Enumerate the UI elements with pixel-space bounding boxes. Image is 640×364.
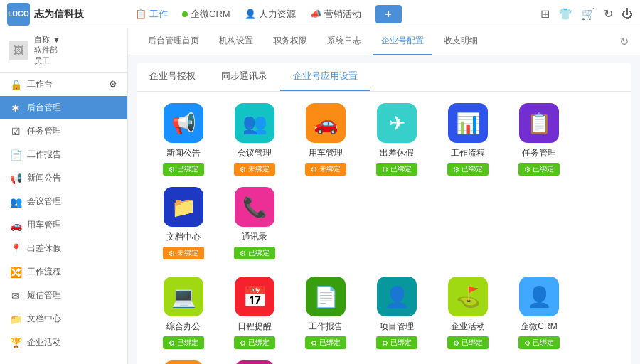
- app-label-docs: 文档中心: [166, 231, 201, 243]
- sidebar-item-task[interactable]: ☑ 任务管理: [0, 119, 127, 143]
- sidebar-item-news[interactable]: 📢 新闻公告: [0, 166, 127, 190]
- tab-logs[interactable]: 系统日志: [319, 28, 370, 55]
- sidebar-item-travel[interactable]: 📍 出差休假: [0, 237, 127, 260]
- inner-tab-sync[interactable]: 同步通讯录: [208, 63, 280, 91]
- nav-marketing[interactable]: 📣 营销活动: [310, 8, 361, 21]
- app-card-car[interactable]: 🚗 用车管理 ⚙ 未绑定: [290, 103, 361, 176]
- app-icon-expense: 💰: [235, 360, 274, 364]
- icons-grid: 📢 新闻公告 ⚙ 已绑定 👥 会议管理 ⚙ 未绑定 🚗 用车管理 ⚙ 未绑定: [137, 92, 631, 364]
- app-label-project: 项目管理: [380, 321, 414, 333]
- sidebar-item-meeting[interactable]: 👥 会议管理: [0, 190, 127, 213]
- app-icon-project: 👤: [377, 277, 417, 316]
- news-icon: 📢: [10, 173, 21, 184]
- cart-icon[interactable]: 🛒: [581, 7, 595, 21]
- tab-org[interactable]: 机构设置: [210, 28, 262, 55]
- grid-icon[interactable]: ⊞: [540, 7, 550, 21]
- company-name: 志为信科技: [34, 8, 84, 21]
- app-card-community[interactable]: 🖥 同事社区 ⚙ 已绑定: [148, 360, 219, 364]
- app-icon-car: 🚗: [306, 103, 346, 143]
- sidebar-item-sms[interactable]: ✉ 短信管理: [0, 284, 127, 307]
- shirt-icon[interactable]: 👕: [558, 7, 572, 21]
- sidebar-header: 🖼 自称 ▼ 软件部 员工: [0, 28, 127, 73]
- sidebar-item-admin[interactable]: ✱ 后台管理: [0, 96, 127, 119]
- sidebar-item-workflow[interactable]: 🔀 工作流程: [0, 260, 127, 284]
- avatar: 🖼: [9, 41, 28, 60]
- app-label-crm: 企微CRM: [521, 321, 557, 333]
- app-label-news: 新闻公告: [166, 147, 201, 159]
- sidebar-item-car[interactable]: 🚗 用车管理: [0, 213, 127, 237]
- app-card-project[interactable]: 👤 项目管理 ⚙ 已绑定: [361, 277, 432, 349]
- app-badge-activities: ⚙ 已绑定: [447, 336, 489, 349]
- dot-green: [182, 11, 188, 17]
- username: 自称 ▼: [34, 34, 60, 45]
- app-icon-workreport: 📄: [306, 277, 346, 316]
- inner-tab-apps[interactable]: 企业号应用设置: [280, 63, 370, 91]
- app-label-workreport: 工作报告: [309, 321, 343, 333]
- tab-roles[interactable]: 职务权限: [265, 28, 316, 55]
- sms-icon: ✉: [10, 290, 21, 301]
- app-icon-meeting: 👥: [235, 103, 274, 143]
- app-badge-project: ⚙ 已绑定: [376, 336, 417, 349]
- inner-tab-auth[interactable]: 企业号授权: [137, 63, 208, 91]
- report-icon: 📄: [10, 149, 21, 161]
- app-badge-meeting: ⚙ 未绑定: [234, 163, 275, 176]
- nav-hr[interactable]: 👤 人力资源: [245, 8, 296, 21]
- nav-work[interactable]: 📋 工作: [135, 8, 168, 21]
- app-icon-calendar: 📅: [235, 277, 274, 316]
- app-card-workflow[interactable]: 📊 工作流程 ⚙ 已绑定: [432, 103, 503, 176]
- marketing-icon: 📣: [310, 9, 321, 19]
- sidebar-item-events[interactable]: 🏆 企业活动: [0, 331, 127, 354]
- tab-finance[interactable]: 收支明细: [435, 28, 486, 55]
- refresh-icon[interactable]: ↻: [619, 35, 629, 48]
- app-card-news[interactable]: 📢 新闻公告 ⚙ 已绑定: [148, 103, 219, 176]
- logo-text: LOGO: [8, 10, 28, 18]
- events-icon: 🏆: [10, 337, 21, 348]
- app-badge-workreport: ⚙ 已绑定: [305, 336, 346, 349]
- travel-icon: 📍: [10, 243, 21, 255]
- app-card-travel[interactable]: ✈ 出差休假 ⚙ 已绑定: [361, 103, 432, 176]
- refresh-icon[interactable]: ↻: [604, 7, 613, 21]
- nav-items: 📋 工作 企微CRM 👤 人力资源 📣 营销活动 +: [121, 5, 533, 23]
- app-label-calendar: 日程提醒: [238, 321, 272, 333]
- app-card-activities[interactable]: ⛳ 企业活动 ⚙ 已绑定: [432, 277, 503, 349]
- power-icon[interactable]: ⏻: [622, 8, 633, 21]
- meeting-icon: 👥: [10, 196, 21, 208]
- app-card-calendar[interactable]: 📅 日程提醒 ⚙ 已绑定: [219, 277, 290, 349]
- app-icon-workflow: 📊: [448, 103, 488, 143]
- sidebar-item-report[interactable]: 📄 工作报告: [0, 143, 127, 166]
- dropdown-icon: ▼: [53, 36, 60, 44]
- sidebar: 🖼 自称 ▼ 软件部 员工 🔒 工作台 ⚙ ✱ 后台管理 ☑ 任务管理 📄: [0, 28, 128, 364]
- nav-icons: ⊞ 👕 🛒 ↻ ⏻: [540, 7, 633, 21]
- app-badge-workflow: ⚙ 已绑定: [447, 163, 489, 176]
- content-area: 后台管理首页 机构设置 职务权限 系统日志 企业号配置 收支明细 ↻ 企业号授权…: [128, 28, 640, 364]
- app-card-workreport[interactable]: 📄 工作报告 ⚙ 已绑定: [290, 277, 361, 349]
- app-card-task[interactable]: 📋 任务管理 ⚙ 已绑定: [503, 103, 575, 176]
- app-card-expense[interactable]: 💰 经费报销 ⚙ 已绑定: [219, 360, 290, 364]
- work-icon: 📋: [135, 9, 146, 19]
- add-button[interactable]: +: [375, 5, 402, 23]
- content-tabs: 后台管理首页 机构设置 职务权限 系统日志 企业号配置 收支明细 ↻: [128, 28, 640, 55]
- app-badge-calendar: ⚙ 已绑定: [234, 336, 275, 349]
- app-card-docs[interactable]: 📁 文档中心 ⚙ 未绑定: [148, 187, 219, 259]
- app-label-activities: 企业活动: [451, 321, 485, 333]
- nav-crm[interactable]: 企微CRM: [182, 8, 230, 21]
- app-card-crm[interactable]: 👤 企微CRM ⚙ 已绑定: [503, 277, 575, 349]
- app-card-contacts[interactable]: 📞 通讯录 ⚙ 已绑定: [219, 187, 290, 259]
- user-info: 自称 ▼ 软件部 员工: [34, 34, 60, 66]
- app-badge-office: ⚙ 已绑定: [163, 336, 204, 349]
- tab-home[interactable]: 后台管理首页: [139, 28, 208, 55]
- docs-icon: 📁: [10, 314, 21, 325]
- app-badge-car: ⚙ 未绑定: [305, 163, 346, 176]
- tab-enterprise[interactable]: 企业号配置: [373, 28, 432, 55]
- inner-tabs: 企业号授权 同步通讯录 企业号应用设置: [137, 63, 631, 92]
- app-card-meeting[interactable]: 👥 会议管理 ⚙ 未绑定: [219, 103, 290, 176]
- app-label-meeting: 会议管理: [238, 147, 272, 159]
- app-card-office[interactable]: 💻 综合办公 ⚙ 已绑定: [148, 277, 219, 349]
- logo-area: LOGO 志为信科技: [7, 3, 121, 26]
- sidebar-item-work[interactable]: 🔒 工作台 ⚙: [0, 73, 127, 96]
- admin-icon: ✱: [10, 102, 21, 114]
- app-icon-task: 📋: [519, 103, 559, 143]
- sidebar-item-docs[interactable]: 📁 文档中心: [0, 307, 127, 331]
- grid-row-1: 📢 新闻公告 ⚙ 已绑定 👥 会议管理 ⚙ 未绑定 🚗 用车管理 ⚙ 未绑定: [148, 103, 620, 271]
- settings-icon[interactable]: ⚙: [109, 79, 117, 90]
